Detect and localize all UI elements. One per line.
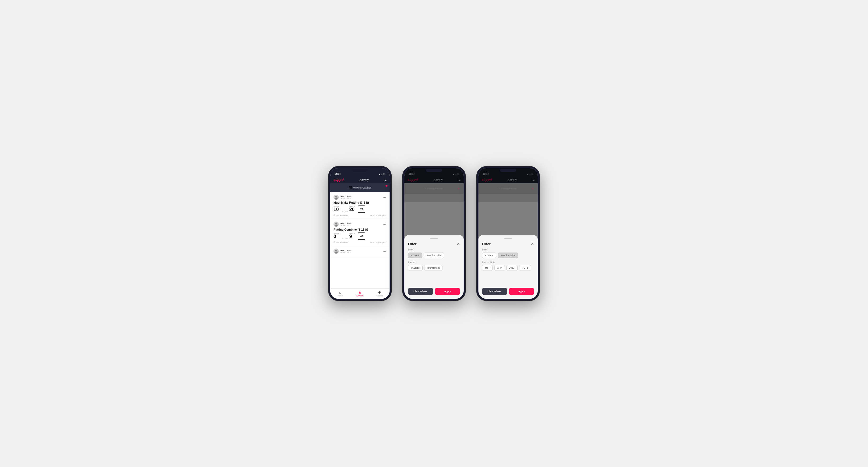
app-btn-3[interactable]: APP	[494, 265, 505, 271]
user-name-1: Josh Coles	[340, 195, 351, 197]
data-source-2: Data: Clippd Capture	[370, 242, 386, 243]
card-header-1: Josh Coles 28 Feb 2023 •••	[334, 195, 386, 200]
nav-bar-1: clippd Activity ≡	[330, 176, 390, 183]
filter-overlay-3: Filter ✕ Show Rounds Practice Drills Pra…	[478, 168, 538, 299]
user-date-3: 28 Feb 2023	[340, 251, 351, 253]
tab-capture-label-1: Capture	[376, 295, 383, 297]
shot-quality-badge-1: 75	[358, 206, 365, 213]
show-buttons-3: Rounds Practice Drills	[482, 253, 534, 258]
wifi-icon-1: ⟁	[381, 173, 382, 175]
home-icon-1: ⌂	[339, 290, 341, 294]
data-source-1: Data: Clippd Capture	[370, 214, 386, 216]
svg-point-1	[335, 198, 338, 200]
filter-overlay-2: Filter ✕ Show Rounds Practice Drills Rou…	[404, 168, 464, 299]
banner-icon-1: ⊞	[348, 185, 352, 190]
filter-title-2: Filter	[408, 242, 416, 246]
apply-btn-3[interactable]: Apply	[509, 288, 534, 295]
battery-icon-1: 51	[383, 173, 385, 175]
rounds-buttons-2: Practice Tournament	[408, 265, 460, 271]
filter-handle-2	[430, 238, 438, 239]
show-label-3: Show	[482, 249, 534, 251]
avatar-inner-3	[334, 249, 339, 254]
banner-text-1: Viewing Activities	[353, 186, 372, 189]
shots-value-1: 20	[349, 207, 355, 212]
tab-activities-1[interactable]: ♟ Activities	[350, 290, 370, 297]
score-value-1: 10	[334, 207, 339, 212]
user-info-2: Josh Coles 28 Feb 2023	[334, 222, 351, 227]
user-name-2: Josh Coles	[340, 222, 351, 224]
filter-title-3: Filter	[482, 242, 491, 246]
dynamic-island-1	[352, 169, 368, 172]
shot-quality-badge-2: 45	[358, 232, 365, 240]
apply-btn-2[interactable]: Apply	[435, 288, 460, 295]
practice-drills-show-btn-2[interactable]: Practice Drills	[424, 253, 444, 258]
phone-2-screen: 11:33 ▲ ⟁ 51 clippd Activity ≡ ⊞ Viewing…	[404, 168, 464, 299]
rounds-show-btn-2[interactable]: Rounds	[408, 253, 422, 258]
user-details-1: Josh Coles 28 Feb 2023	[340, 195, 351, 199]
test-info-2: ⓘ Test Information	[334, 241, 348, 244]
phone-3: 11:33 ▲ ⟁ 51 clippd Activity ≡ ⊞ Viewing…	[476, 166, 540, 301]
capture-icon-1: ⊕	[378, 290, 381, 294]
notification-dot-1	[385, 185, 388, 187]
filter-close-3[interactable]: ✕	[531, 242, 534, 246]
drills-buttons-3: OTT APP ARG PUTT	[482, 265, 534, 271]
svg-point-4	[335, 250, 337, 251]
activity-title-2: Putting Combine (3-15 ft)	[334, 228, 386, 231]
viewing-banner-1[interactable]: ⊞ Viewing Activities	[330, 183, 390, 192]
shots-value-2: 9	[349, 234, 355, 239]
card-header-3: Josh Coles 28 Feb 2023 •••	[334, 249, 386, 254]
show-buttons-2: Rounds Practice Drills	[408, 253, 460, 258]
clear-filters-btn-3[interactable]: Clear Filters	[482, 288, 507, 295]
svg-point-3	[335, 225, 338, 227]
activity-list-1[interactable]: Josh Coles 28 Feb 2023 ••• Must Make Put…	[330, 192, 390, 288]
phone-3-screen: 11:33 ▲ ⟁ 51 clippd Activity ≡ ⊞ Viewing…	[478, 168, 538, 299]
card-menu-2[interactable]: •••	[383, 223, 386, 226]
signal-icon-1: ▲	[379, 173, 380, 175]
menu-icon-1[interactable]: ≡	[384, 178, 386, 182]
activity-stats-1: Score 10 OUT OF Shots 20 75	[334, 206, 386, 213]
user-date-1: 28 Feb 2023	[340, 197, 351, 199]
shot-quality-value-1: 75	[360, 208, 363, 211]
phone-2: 11:33 ▲ ⟁ 51 clippd Activity ≡ ⊞ Viewing…	[402, 166, 466, 301]
activity-card-2[interactable]: Josh Coles 28 Feb 2023 ••• Putting Combi…	[330, 219, 390, 246]
clear-filters-btn-2[interactable]: Clear Filters	[408, 288, 433, 295]
status-icons-1: ▲ ⟁ 51	[379, 173, 385, 175]
user-details-2: Josh Coles 28 Feb 2023	[340, 222, 351, 226]
practice-drills-label-3: Practice Drills	[482, 261, 534, 263]
activity-card-1[interactable]: Josh Coles 28 Feb 2023 ••• Must Make Put…	[330, 192, 390, 219]
shots-group-2: Shots 9	[349, 232, 355, 239]
tab-activities-label-1: Activities	[356, 295, 364, 297]
arg-btn-3[interactable]: ARG	[506, 265, 518, 271]
info-icon-2: ⓘ	[334, 241, 335, 244]
status-time-1: 11:33	[335, 173, 341, 175]
practice-drills-show-btn-3[interactable]: Practice Drills	[498, 253, 518, 258]
dynamic-island-2	[426, 169, 442, 172]
out-of-1: OUT OF	[341, 211, 347, 213]
info-icon-1: ⓘ	[334, 214, 335, 217]
avatar-2	[334, 222, 339, 227]
filter-close-2[interactable]: ✕	[457, 242, 460, 246]
filter-handle-3	[504, 238, 512, 239]
card-menu-1[interactable]: •••	[383, 196, 386, 199]
tab-capture-1[interactable]: ⊕ Capture	[370, 290, 390, 297]
user-name-3: Josh Coles	[340, 249, 351, 251]
phone-1: 11:33 ▲ ⟁ 51 clippd Activity ≡ ⊞ Viewing…	[328, 166, 392, 301]
rounds-show-btn-3[interactable]: Rounds	[482, 253, 496, 258]
tab-home-1[interactable]: ⌂ Home	[330, 290, 350, 297]
ott-btn-3[interactable]: OTT	[482, 265, 493, 271]
test-info-1: ⓘ Test Information	[334, 214, 348, 217]
putt-btn-3[interactable]: PUTT	[519, 265, 531, 271]
svg-point-0	[335, 196, 337, 197]
user-info-3: Josh Coles 28 Feb 2023	[334, 249, 351, 254]
nav-title-1: Activity	[360, 178, 369, 181]
activity-card-3[interactable]: Josh Coles 28 Feb 2023 •••	[330, 246, 390, 257]
out-of-2: OUT OF	[341, 238, 347, 240]
practice-btn-2[interactable]: Practice	[408, 265, 423, 271]
svg-point-5	[335, 252, 338, 254]
card-menu-3[interactable]: •••	[383, 250, 386, 253]
score-group-1: Score 10	[334, 206, 339, 212]
activity-stats-2: Score 0 OUT OF Shots 9 45	[334, 232, 386, 240]
score-group-2: Score 0	[334, 232, 339, 239]
tournament-btn-2[interactable]: Tournament	[424, 265, 443, 271]
rounds-label-2: Rounds	[408, 261, 460, 263]
